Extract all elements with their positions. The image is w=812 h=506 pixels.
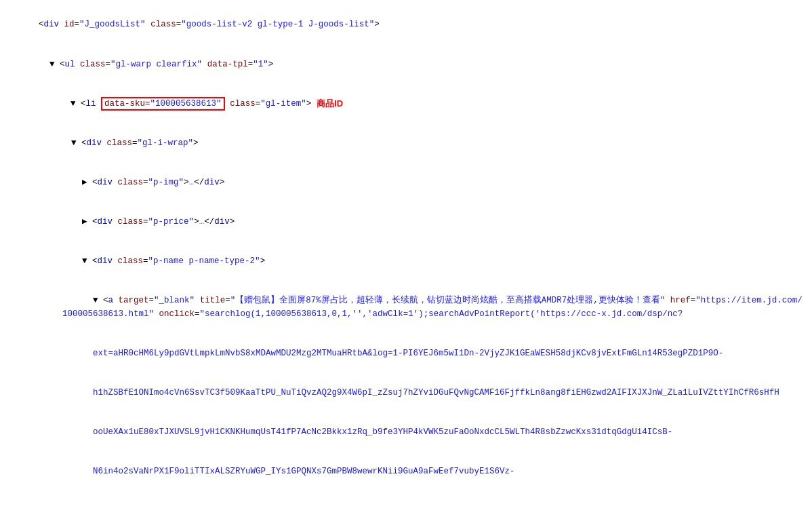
code-line-8d: ooUeXAx1uE80xTJXUVSL9jvH1CKNKHumqUsT41fP… xyxy=(8,413,804,452)
code-line-8: ▼ <a target="_blank" title="【赠包鼠】全面屏87%屏… xyxy=(8,281,804,334)
main-container: <div id="J_goodsList" class="goods-list-… xyxy=(0,0,812,506)
code-line-2: ▼ <ul class="gl-warp clearfix" data-tpl=… xyxy=(8,45,804,84)
code-line-8b: ext=aHR0cHM6Ly9pdGVtLmpkLmNvbS8xMDAwMDU2… xyxy=(8,334,804,373)
annotation-product-id: 商品ID xyxy=(317,97,343,111)
code-line-6: ▶ <div class="p-price">…</div> xyxy=(8,203,804,242)
code-line-3: ▼ <li data-sku="100005638613" class="gl-… xyxy=(8,84,804,123)
code-line-8e: N6in4o2sVaNrPX1F9oliTTIxALSZRYuWGP_IYs1G… xyxy=(8,452,804,492)
code-line-8f: VUI2hiEsRZp4qawLJnjTrwv4_1159qBVrzNorXkE… xyxy=(8,492,804,506)
code-line-1: <div id="J_goodsList" class="goods-list-… xyxy=(8,5,804,45)
code-line-8c: h1hZSBfE1ONImo4cVn6SsvTC3f509KaaTtPU_NuT… xyxy=(8,374,804,413)
code-line-7: ▼ <div class="p-name p-name-type-2"> xyxy=(8,242,804,281)
code-line-5: ▶ <div class="p-img">…</div> xyxy=(8,163,804,203)
code-line-4: ▼ <div class="gl-i-wrap"> xyxy=(8,123,804,163)
code-display: <div id="J_goodsList" class="goods-list-… xyxy=(8,5,804,506)
